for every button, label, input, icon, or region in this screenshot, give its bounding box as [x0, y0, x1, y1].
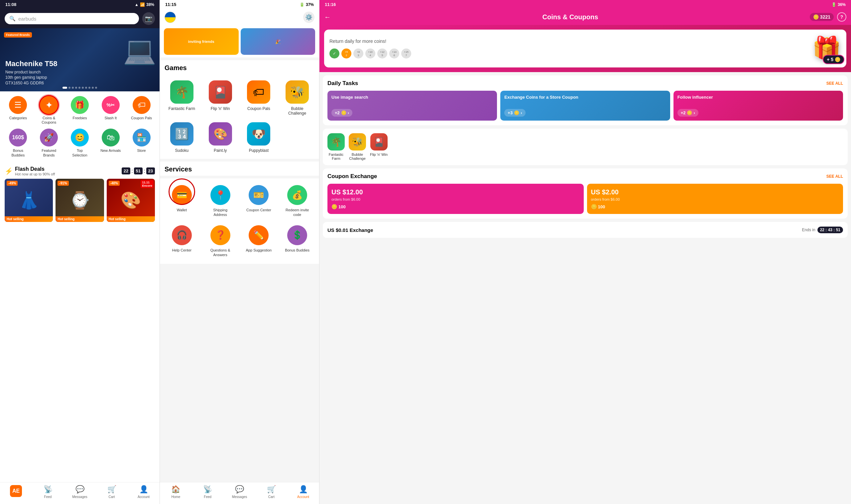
nav2-home[interactable]: 🏠 Home — [160, 485, 192, 499]
invite-banner-1[interactable]: inviting friends — [164, 28, 239, 55]
cat-couponpals[interactable]: 🏷 Coupon Pals — [128, 96, 155, 125]
camera-button[interactable]: 📷 — [142, 12, 155, 25]
nav-account[interactable]: 👤 Account — [128, 485, 160, 499]
coupon-center-icon: 🎫 — [249, 185, 269, 205]
product-card-3[interactable]: -40% 11.11Encore 🎨 Hot selling — [107, 179, 155, 222]
nav2-account[interactable]: 👤 Account — [287, 485, 319, 499]
settings-button[interactable]: ⚙️ — [303, 12, 315, 23]
service-shipping[interactable]: 📍 ShippingAddress — [201, 181, 240, 221]
games-mini-section: 🌴 FantasticFarm 🐝 BubbleChallenge 🎴 Flip… — [323, 129, 848, 165]
product-card-1[interactable]: -49% 👗 Hot selling — [5, 179, 53, 222]
nav-messages[interactable]: 💬 Messages — [64, 485, 96, 499]
status-bar-1: 11:08 ▲ 📶 38% — [0, 0, 160, 9]
feed2-label: Feed — [204, 495, 211, 499]
game-paintly[interactable]: 🎨 Paint.ly — [201, 119, 240, 156]
cat-slashit[interactable]: %✂ Slash It — [97, 96, 124, 125]
day-3[interactable]: +8 3 — [353, 49, 364, 58]
cat-categories[interactable]: ☰ Categories — [5, 96, 31, 125]
day-2[interactable]: +5 2 — [341, 49, 351, 58]
task-cta-3[interactable]: +2 🪙 › — [677, 109, 698, 116]
coupon-card-2[interactable]: US $2.00 orders from $6.00 🪙 100 — [587, 184, 843, 214]
discount-3: -40% — [109, 181, 120, 186]
nav-cart[interactable]: 🛒 Cart — [96, 485, 128, 499]
home-icon: 🏠 — [171, 485, 180, 494]
coupon-cards: US $12.00 orders from $6.00 🪙 100 US $2.… — [327, 184, 843, 214]
cat-store[interactable]: 🏪 Store — [128, 129, 155, 157]
game-puppyblast[interactable]: 🐶 Puppyblast — [240, 119, 278, 156]
service-redeem[interactable]: 💰 Redeem invitecode — [278, 181, 317, 221]
cat-freebies[interactable]: 🎁 Freebies — [67, 96, 93, 125]
task-follow-influencer[interactable]: Follow influencer +2 🪙 › — [673, 91, 843, 121]
product-card-2[interactable]: -91% ⌚ Hot selling — [55, 179, 104, 222]
panel-games: 11:15 🔋 37% ⚙️ inviting friends 🎉 Games … — [160, 0, 319, 504]
daily-tasks-title: Daily Tasks — [327, 80, 358, 87]
couponpals-label: Coupon Pals — [131, 116, 152, 120]
nav-aliexpress[interactable]: AE — [0, 485, 32, 499]
task-cta-2[interactable]: +3 🪙 › — [504, 109, 525, 116]
see-all-button[interactable]: SEE ALL — [827, 81, 843, 86]
battery-1: 38% — [146, 2, 154, 7]
hero-banner[interactable]: Featured Brands 💻 Machenike T58 New prod… — [0, 28, 160, 91]
game-coupon-pals[interactable]: 🏷 Coupon Pals — [240, 77, 278, 119]
task-title-3: Follow influencer — [677, 95, 839, 100]
services-grid: 💳 Wallet 📍 ShippingAddress 🎫 Coupon Cent… — [160, 178, 319, 264]
coupon-see-all[interactable]: SEE ALL — [827, 174, 843, 179]
game-sudoku[interactable]: 🔢 Sudoku — [162, 119, 201, 156]
day-7[interactable]: +15 7 — [401, 49, 411, 58]
coins-label: Coins &Coupons — [41, 116, 56, 125]
mini-bubble[interactable]: 🐝 BubbleChallenge — [349, 133, 366, 160]
coupon-min-2: orders from $6.00 — [591, 197, 839, 201]
service-bonus[interactable]: 💲 Bonus Buddies — [278, 221, 317, 262]
games-mini-list: 🌴 FantasticFarm 🐝 BubbleChallenge 🎴 Flip… — [327, 133, 843, 160]
day-6[interactable]: +14 6 — [389, 49, 399, 58]
game-bubble[interactable]: 🐝 BubbleChallenge — [278, 77, 317, 119]
nav2-feed[interactable]: 📡 Feed — [192, 485, 224, 499]
chest-card: Return daily for more coins! ✓ +5 2 +8 3 — [324, 30, 846, 68]
cat-bonus[interactable]: 160$ BonusBuddies — [5, 129, 31, 157]
task-cta-1[interactable]: +2 🪙 › — [332, 109, 352, 116]
service-wallet[interactable]: 💳 Wallet — [162, 181, 201, 221]
p01-exchange: US $0.01 Exchange Ends in 22 : 43 : 51 — [323, 222, 848, 238]
cat-topsel[interactable]: 😊 TopSelection — [67, 129, 93, 157]
service-help[interactable]: 🎧 Help Center — [162, 221, 201, 262]
service-coupon-center[interactable]: 🎫 Coupon Center — [240, 181, 278, 221]
coupon-amount-2: US $2.00 — [591, 188, 839, 196]
task-exchange-coins[interactable]: Exchange Coins for a Store Coupon +3 🪙 › — [500, 91, 670, 121]
categories-icon: ☰ — [9, 96, 27, 114]
newarr-label: New Arrivals — [101, 148, 121, 153]
help-button[interactable]: ? — [837, 12, 846, 22]
game-flip-n-win[interactable]: 🎴 Flip 'n' Win — [201, 77, 240, 119]
cat-featured[interactable]: 🚀 FeaturedBrands — [36, 129, 62, 157]
freebies-label: Freebies — [73, 116, 87, 120]
categories-label: Categories — [9, 116, 27, 120]
invite-banner-2[interactable]: 🎉 — [241, 28, 316, 55]
flag-icon[interactable] — [164, 12, 176, 23]
task-image-search[interactable]: Use image search +2 🪙 › — [327, 91, 497, 121]
service-app-sug[interactable]: ✏️ App Suggestion — [240, 221, 278, 262]
mini-farm[interactable]: 🌴 FantasticFarm — [327, 133, 345, 160]
product-img-1: -49% 👗 — [5, 179, 53, 222]
coupon-card-1[interactable]: US $12.00 orders from $6.00 🪙 100 — [327, 184, 584, 214]
mini-farm-label: FantasticFarm — [329, 152, 344, 160]
hero-subtitle: New product launch — [5, 69, 57, 75]
mini-flip[interactable]: 🎴 Flip 'n' Win — [370, 133, 388, 160]
page-title: Coins & Coupons — [334, 13, 806, 21]
nav-feed[interactable]: 📡 Feed — [32, 485, 64, 499]
category-row-1: ☰ Categories ✦ Coins &Coupons 🎁 Freebies… — [0, 91, 160, 127]
chest-section: Return daily for more coins! ✓ +5 2 +8 3 — [319, 25, 851, 72]
day-4[interactable]: +10 4 — [365, 49, 375, 58]
day-1[interactable]: ✓ — [330, 49, 339, 58]
plus5-badge[interactable]: + 5 🪙 — [823, 55, 844, 64]
cat-newarr[interactable]: 🛍 New Arrivals — [97, 129, 124, 157]
game-fantastic-farm[interactable]: 🌴 Fantastic Farm — [162, 77, 201, 119]
search-input-wrap[interactable]: 🔍 earbuds — [5, 13, 139, 24]
service-qa[interactable]: ❓ Questions &Answers — [201, 221, 240, 262]
coupon-coins-1: 🪙 100 — [332, 204, 580, 209]
nav2-cart[interactable]: 🛒 Cart — [255, 485, 287, 499]
day-5[interactable]: +12 5 — [377, 49, 387, 58]
discount-1: -49% — [7, 181, 18, 186]
cat-coins[interactable]: ✦ Coins &Coupons — [36, 96, 62, 125]
nav2-messages[interactable]: 💬 Messages — [224, 485, 255, 499]
farm-label: Fantastic Farm — [169, 106, 195, 111]
back-button[interactable]: ← — [324, 13, 331, 21]
